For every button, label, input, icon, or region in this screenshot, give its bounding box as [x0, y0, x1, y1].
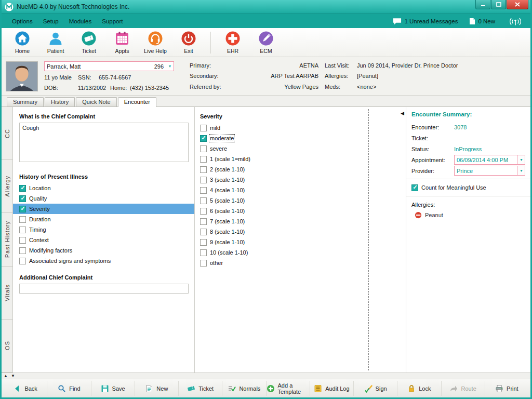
audit-log-button[interactable]: Audit Log	[310, 381, 354, 396]
sign-button[interactable]: Sign	[354, 381, 397, 396]
severity-checkbox[interactable]	[200, 229, 207, 235]
back-button[interactable]: Back	[4, 381, 47, 396]
severity-item-row[interactable]: 10 (scale 1-10)	[195, 247, 368, 258]
scroll-up-icon[interactable]: ▲	[4, 374, 8, 378]
hpi-checkbox[interactable]	[19, 237, 26, 244]
severity-item-row[interactable]: 3 (scale 1-10)	[195, 175, 368, 185]
menu-options[interactable]: Options	[7, 16, 38, 27]
allergy-item[interactable]: Peanut	[411, 210, 525, 220]
ecm-button[interactable]: ECM	[249, 30, 283, 56]
route-icon	[449, 384, 458, 393]
provider-dropdown[interactable]: Prince ▼	[454, 166, 525, 176]
tab-summary[interactable]: Summary	[7, 97, 44, 107]
hpi-checkbox[interactable]	[19, 258, 26, 264]
severity-item-row[interactable]: 5 (scale 1-10)	[195, 195, 368, 206]
severity-checkbox[interactable]	[200, 145, 207, 152]
scroll-down-icon[interactable]: ▼	[11, 374, 15, 378]
patient-button[interactable]: Patient	[39, 30, 72, 56]
severity-checkbox[interactable]	[200, 166, 207, 173]
new-button[interactable]: New	[135, 381, 179, 396]
ticket-button[interactable]: Ticket	[72, 30, 105, 56]
severity-checkbox[interactable]	[200, 156, 207, 163]
severity-item-label: moderate	[210, 135, 234, 141]
severity-item-label: 3 (scale 1-10)	[210, 177, 245, 183]
hpi-item-row[interactable]: Quality	[13, 193, 194, 204]
severity-item-row[interactable]: moderate	[195, 133, 368, 143]
chief-complaint-textarea[interactable]: Cough	[19, 123, 189, 162]
side-tab[interactable]: Allergy	[2, 160, 12, 213]
side-tab[interactable]: Vitals	[2, 267, 12, 320]
severity-checkbox[interactable]	[200, 197, 207, 204]
meaningful-use-row[interactable]: Count for Meaningful Use	[411, 182, 525, 193]
close-button[interactable]	[507, 0, 528, 9]
severity-item-row[interactable]: 1 (scale 1=mild)	[195, 154, 368, 164]
side-tab[interactable]: OS	[2, 320, 12, 373]
chevron-down-icon[interactable]: ▼	[166, 62, 174, 71]
severity-checkbox[interactable]	[200, 135, 207, 142]
hpi-checkbox[interactable]	[19, 247, 26, 254]
severity-item-row[interactable]: 4 (scale 1-10)	[195, 185, 368, 195]
patient-name-combo[interactable]: 296 ▼	[44, 61, 174, 71]
severity-item-row[interactable]: 2 (scale 1-10)	[195, 164, 368, 175]
exit-button[interactable]: Exit	[172, 30, 205, 56]
ticket-bottom-button[interactable]: Ticket	[179, 381, 222, 396]
minimize-button[interactable]	[475, 0, 490, 9]
severity-checkbox[interactable]	[200, 177, 207, 183]
unread-messages-status[interactable]: 1 Unread Messages	[393, 18, 458, 25]
live-help-button[interactable]: Live Help	[139, 30, 172, 56]
hpi-checkbox[interactable]	[19, 185, 26, 192]
hpi-item-row[interactable]: Associated signs and symptoms	[13, 256, 194, 266]
normals-button[interactable]: Normals	[222, 381, 266, 396]
severity-checkbox[interactable]	[200, 218, 207, 225]
tab-quick-note[interactable]: Quick Note	[76, 97, 116, 107]
hpi-checkbox[interactable]	[19, 195, 26, 202]
ssn-value: 655-74-6567	[99, 74, 131, 81]
collapse-panel-icon[interactable]: ◀	[401, 111, 404, 116]
home-button[interactable]: Home	[6, 30, 39, 56]
hpi-checkbox[interactable]	[19, 216, 26, 223]
severity-checkbox[interactable]	[200, 187, 207, 194]
severity-checkbox[interactable]	[200, 208, 207, 215]
tab-history[interactable]: History	[45, 97, 75, 107]
maximize-button[interactable]	[491, 0, 506, 9]
severity-item-row[interactable]: 8 (scale 1-10)	[195, 227, 368, 237]
appointment-dropdown[interactable]: 06/09/2014 4:00 PM ▼	[454, 155, 525, 165]
menu-setup[interactable]: Setup	[38, 16, 64, 27]
lock-button[interactable]: Lock	[397, 381, 441, 396]
severity-item-row[interactable]: mild	[195, 123, 368, 133]
hpi-item-row[interactable]: Location	[13, 183, 194, 193]
save-button[interactable]: Save	[91, 381, 135, 396]
severity-checkbox[interactable]	[200, 239, 207, 246]
severity-checkbox[interactable]	[200, 249, 207, 256]
hpi-item-row[interactable]: Duration	[13, 214, 194, 224]
side-tab[interactable]: Past History	[2, 213, 12, 266]
severity-checkbox[interactable]	[200, 125, 207, 131]
tab-encounter[interactable]: Encounter	[118, 97, 156, 107]
add-template-button[interactable]: Add a Template	[267, 381, 310, 396]
hpi-item-row[interactable]: Timing	[13, 224, 194, 235]
patient-name-input[interactable]	[45, 63, 152, 70]
print-button[interactable]: Print	[485, 381, 528, 396]
chevron-down-icon[interactable]: ▼	[517, 166, 525, 175]
side-tab[interactable]: CC	[2, 107, 12, 160]
chevron-down-icon[interactable]: ▼	[517, 155, 525, 164]
severity-item-row[interactable]: severe	[195, 143, 368, 154]
new-items-status[interactable]: 0 New	[469, 18, 495, 25]
find-button[interactable]: Find	[47, 381, 91, 396]
menu-modules[interactable]: Modules	[64, 16, 97, 27]
meaningful-use-checkbox[interactable]	[411, 184, 418, 191]
hpi-item-row[interactable]: Severity	[13, 204, 194, 214]
severity-item-row[interactable]: 9 (scale 1-10)	[195, 237, 368, 247]
menu-support[interactable]: Support	[97, 16, 128, 27]
ehr-button[interactable]: EHR	[216, 30, 249, 56]
severity-item-row[interactable]: other	[195, 258, 368, 268]
severity-item-row[interactable]: 6 (scale 1-10)	[195, 206, 368, 216]
hpi-item-row[interactable]: Modifying factors	[13, 245, 194, 256]
hpi-checkbox[interactable]	[19, 227, 26, 233]
hpi-item-row[interactable]: Context	[13, 235, 194, 245]
hpi-checkbox[interactable]	[19, 206, 26, 212]
severity-checkbox[interactable]	[200, 260, 207, 267]
severity-item-row[interactable]: 7 (scale 1-10)	[195, 216, 368, 227]
appts-button[interactable]: Appts	[105, 30, 139, 56]
additional-cc-input[interactable]	[19, 284, 189, 294]
